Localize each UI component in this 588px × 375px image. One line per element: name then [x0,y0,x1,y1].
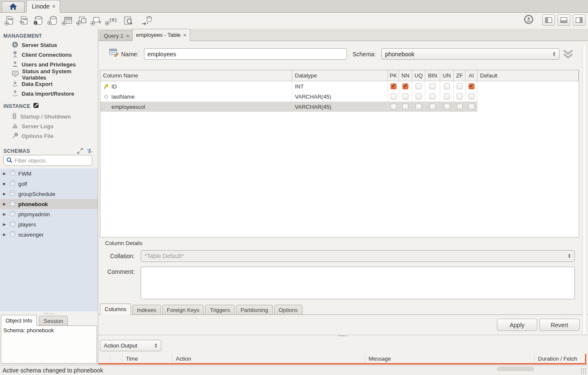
un-checkbox[interactable]: ✔ [444,94,450,99]
sidebar-splitter-handle[interactable] [44,313,55,314]
header-zf[interactable]: ZF [454,70,466,81]
tab-triggers[interactable]: Triggers [205,305,234,315]
tab-foreign-keys[interactable]: Foreign Keys [162,305,204,315]
close-icon[interactable]: × [183,32,186,39]
home-tab[interactable] [2,1,25,12]
ai-checkbox[interactable]: ✔ [469,104,474,110]
table-name-input[interactable] [144,48,347,60]
header-un[interactable]: UN [440,70,454,81]
schema-dropdown[interactable]: phonebook ▲▼ [381,48,560,60]
header-time[interactable]: Time [122,354,172,363]
uq-checkbox[interactable]: ✔ [416,104,422,110]
bin-checkbox[interactable]: ✔ [430,104,435,110]
comment-textarea[interactable] [141,267,575,299]
tab-options[interactable]: Options [274,305,302,315]
sidebar-item-data-import[interactable]: Data Import/Restore [0,89,97,99]
output-splitter-handle[interactable] [338,335,347,336]
column-row-employeescol[interactable]: employeescol VARCHAR(45) ✔ ✔ ✔ ✔ ✔ ✔ ✔ [100,102,579,112]
sidebar-item-options-file[interactable]: Options File [0,131,97,141]
expander-icon[interactable]: ▶ [3,171,7,176]
apply-button[interactable]: Apply [497,319,537,331]
close-icon[interactable]: × [52,3,55,10]
reconnect-dbms-icon[interactable] [139,14,153,27]
tab-object-info[interactable]: Object Info [1,315,37,326]
uq-checkbox[interactable]: ✔ [416,83,422,89]
column-row-id[interactable]: ID INT ✔ ✔ ✔ ✔ ✔ ✔ ✔ [100,81,579,91]
pk-checkbox[interactable]: ✔ [391,104,397,110]
horizontal-scrollbar-thumb[interactable] [497,367,534,371]
tab-columns[interactable]: Columns [100,303,131,315]
create-procedure-icon[interactable] [89,14,103,27]
zf-checkbox[interactable]: ✔ [457,104,463,110]
header-duration-fetch[interactable]: Duration / Fetch [535,354,586,363]
expand-schemas-icon[interactable] [77,148,83,155]
expander-icon[interactable]: ▶ [3,182,7,186]
expander-icon[interactable]: ▶ [3,222,7,226]
zf-checkbox[interactable]: ✔ [457,83,463,89]
close-icon[interactable]: × [126,33,129,39]
header-message[interactable]: Message [365,354,535,363]
window-resize-grip[interactable] [580,368,586,374]
header-datatype[interactable]: Datatype [292,70,388,81]
vertical-scrollbar[interactable] [582,46,587,334]
tab-query-1[interactable]: Query 1 × [100,30,133,41]
un-checkbox[interactable]: ✔ [444,83,450,89]
tab-indexes[interactable]: Indexes [132,305,161,315]
refresh-schemas-icon[interactable] [86,148,93,155]
collation-dropdown[interactable]: *Table Default* ▲▼ [141,250,575,262]
header-uq[interactable]: UQ [412,70,425,81]
schema-item-groupschedule[interactable]: ▶groupSchedule [0,189,98,199]
expander-icon[interactable]: ▶ [3,232,7,237]
user-circle-icon[interactable] [524,14,534,26]
nn-checkbox[interactable]: ✔ [402,94,408,99]
tab-partitioning[interactable]: Partitioning [236,305,273,315]
header-nn[interactable]: NN [399,70,412,81]
header-action[interactable]: Action [172,354,365,363]
create-table-icon[interactable] [60,14,75,27]
bin-checkbox[interactable]: ✔ [430,94,435,99]
pk-checkbox[interactable]: ✔ [391,94,397,99]
action-output-selector[interactable]: Action Output ▲▼ [100,340,161,351]
tab-session[interactable]: Session [39,316,68,326]
sidebar-item-startup-shutdown[interactable]: Startup / Shutdown [0,112,97,121]
expander-icon[interactable]: ▶ [3,202,7,206]
connection-tab-linode[interactable]: Linode × [26,0,60,13]
sidebar-item-system-variables[interactable]: Status and System Variables [0,69,97,79]
tab-employees-table[interactable]: employees - Table × [132,29,190,41]
schema-item-phpmyadmin[interactable]: ▶phpmyadmin [0,209,98,219]
schema-item-fwm[interactable]: ▶FWM [0,168,98,179]
uq-checkbox[interactable]: ✔ [416,94,422,99]
toggle-left-sidebar-button[interactable] [542,14,555,26]
create-function-icon[interactable]: {0} [103,14,118,27]
bin-checkbox[interactable]: ✔ [430,83,435,89]
toggle-bottom-panel-button[interactable] [557,14,570,26]
header-default[interactable]: Default [477,70,579,81]
nn-checkbox[interactable]: ✔ [402,83,408,89]
schema-item-phonebook[interactable]: ▶phonebook [0,199,98,209]
header-column-name[interactable]: Column Name [100,70,292,81]
schema-inspector-icon[interactable]: i [31,14,46,27]
create-view-icon[interactable] [75,14,89,27]
expander-icon[interactable]: ▶ [3,192,7,196]
un-checkbox[interactable]: ✔ [444,104,450,110]
header-ai[interactable]: AI [466,70,477,81]
header-pk[interactable]: PK [388,70,399,81]
schema-filter-input[interactable] [14,157,89,164]
new-query-tab-icon[interactable]: SQL [3,14,17,27]
sidebar-item-data-export[interactable]: Data Export [0,79,97,89]
zf-checkbox[interactable]: ✔ [457,94,463,99]
column-row-lastname[interactable]: lastName VARCHAR(45) ✔ ✔ ✔ ✔ ✔ ✔ ✔ [100,91,579,102]
pk-checkbox[interactable]: ✔ [391,83,397,89]
search-table-data-icon[interactable] [121,14,136,27]
expand-header-chevron-icon[interactable] [563,49,574,61]
sidebar-item-client-connections[interactable]: Client Connections [0,50,97,60]
schema-item-scavenger[interactable]: ▶scavenger [0,229,98,240]
sidebar-item-server-status[interactable]: Server Status [0,40,97,50]
revert-button[interactable]: Revert [539,319,580,331]
open-sql-script-icon[interactable]: SQL [17,14,31,27]
ai-checkbox[interactable]: ✔ [469,83,474,89]
header-bin[interactable]: BIN [425,70,440,81]
ai-checkbox[interactable]: ✔ [469,94,474,99]
sidebar-item-server-logs[interactable]: Server Logs [0,121,97,131]
create-schema-icon[interactable] [46,14,60,27]
